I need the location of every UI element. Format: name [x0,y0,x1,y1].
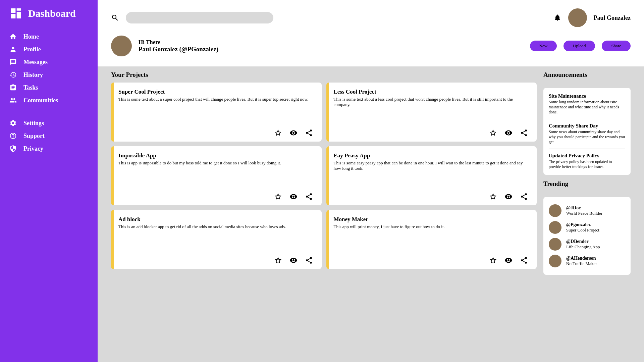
trending-item[interactable]: @DBenderLife Changing App [549,236,625,253]
nav-label: History [23,71,43,79]
person-icon [9,46,17,53]
nav-label: Settings [23,120,44,127]
star-icon[interactable] [489,129,497,137]
sidebar-item-communities[interactable]: Communities [0,94,98,107]
star-icon[interactable] [274,193,282,201]
new-button[interactable]: New [530,41,557,51]
share-button[interactable]: Share [602,41,631,51]
trending-project: Life Changing App [566,244,600,250]
avatar[interactable] [568,8,587,27]
card-actions [334,256,528,264]
announcement-body: Some long random information about tsite… [549,100,625,115]
avatar [549,204,561,217]
announcements-title: Announcements [543,71,631,79]
avatar [549,238,561,251]
announcement-body: Some news about coumminty share day and … [549,130,625,145]
star-icon[interactable] [274,256,282,264]
projects-grid: Super Cool Project This is some text abo… [111,83,537,269]
trending-handle: @JDoe [566,205,602,211]
eye-icon[interactable] [289,256,298,264]
star-icon[interactable] [489,193,497,201]
trending-item[interactable]: @AHendersonNo Traffic Maker [549,253,625,269]
greeting-left: Hi There Paul Gonzalez (@PGonzalez) [111,36,218,56]
nav-label: Privacy [23,145,43,152]
avatar [549,255,561,267]
eye-icon[interactable] [504,193,513,201]
share-icon[interactable] [520,256,528,264]
announcement-title: Site Maintenance [549,93,625,99]
sidebar-item-home[interactable]: Home [0,30,98,43]
header-right: Paul Gonzalez [553,8,631,27]
greeting-name: Paul Gonzalez (@PGonzalez) [139,46,218,53]
app-title: Dashboard [28,8,76,19]
share-icon[interactable] [305,129,313,137]
sidebar-item-support[interactable]: Support [0,130,98,142]
home-icon [9,33,17,40]
search-icon[interactable] [111,14,119,22]
trending-project: World Peace Builder [566,211,602,216]
nav-label: Profile [23,46,41,53]
search-input[interactable] [126,12,273,23]
greeting-bar: Hi There Paul Gonzalez (@PGonzalez) New … [98,36,644,66]
announcement-title: Community Share Day [549,123,625,129]
trending-handle: @DBender [566,239,600,244]
sidebar-item-history[interactable]: History [0,68,98,81]
project-desc: This is some text about a less cool proj… [334,97,528,129]
sidebar: Dashboard HomeProfileMessagesHistoryTask… [0,0,98,362]
trending-item[interactable]: @JDoeWorld Peace Builder [549,202,625,219]
bell-icon[interactable] [553,14,561,22]
card-actions [118,129,313,137]
sidebar-item-privacy[interactable]: Privacy [0,142,98,155]
project-card: Ad block This is an add blocker app to g… [111,210,322,269]
eye-icon[interactable] [504,256,513,264]
greeting-hi: Hi There [139,39,218,46]
eye-icon[interactable] [504,129,513,137]
trending-title: Trending [543,180,631,188]
nav-label: Tasks [23,84,38,91]
project-title: Super Cool Project [118,89,313,95]
project-desc: This is an add blocker app to get rid of… [118,224,313,256]
project-title: Eay Peasy App [334,152,528,159]
announcement-item: Updated Privacy PolicyThe privacy policy… [549,153,625,169]
card-actions [118,193,313,201]
projects-title: Your Projects [111,71,537,79]
project-title: Money Maker [334,216,528,223]
trending-project: No Traffic Maker [566,261,597,266]
nav-main: HomeProfileMessagesHistoryTasksCommuniti… [0,30,98,107]
project-card: Money Maker This app will print money, I… [326,210,537,269]
tasks-icon [9,84,17,91]
share-icon[interactable] [305,193,313,201]
share-icon[interactable] [520,129,528,137]
star-icon[interactable] [274,129,282,137]
project-card: Impossible App This is app is impossible… [111,146,322,205]
share-icon[interactable] [305,256,313,264]
nav-secondary: SettingsSupportPrivacy [0,117,98,155]
avatar [549,221,561,234]
card-actions [118,256,313,264]
avatar[interactable] [111,36,132,56]
announcement-item: Community Share DaySome news about coumm… [549,123,625,145]
project-title: Ad block [118,216,313,223]
star-icon[interactable] [489,256,497,264]
search-wrap [111,12,547,23]
side-panels: Announcements Site MaintenanceSome long … [543,71,631,357]
trending-item[interactable]: @PgonzalezSuper Cool Project [549,219,625,236]
sidebar-item-profile[interactable]: Profile [0,43,98,56]
upload-button[interactable]: Upload [564,41,595,51]
greeting-text: Hi There Paul Gonzalez (@PGonzalez) [139,39,218,53]
sidebar-item-settings[interactable]: Settings [0,117,98,130]
nav-label: Messages [23,59,48,66]
trending-panel: @JDoeWorld Peace Builder@PgonzalezSuper … [543,197,631,275]
main: Paul Gonzalez Hi There Paul Gonzalez (@P… [98,0,644,362]
card-actions [334,129,528,137]
share-icon[interactable] [520,193,528,201]
content: Your Projects Super Cool Project This is… [98,66,644,362]
eye-icon[interactable] [289,129,298,137]
eye-icon[interactable] [289,193,298,201]
settings-icon [9,119,17,127]
communities-icon [9,97,17,104]
sidebar-item-messages[interactable]: Messages [0,56,98,68]
sidebar-item-tasks[interactable]: Tasks [0,81,98,94]
action-buttons: New Upload Share [530,41,631,51]
nav-label: Home [23,33,39,40]
